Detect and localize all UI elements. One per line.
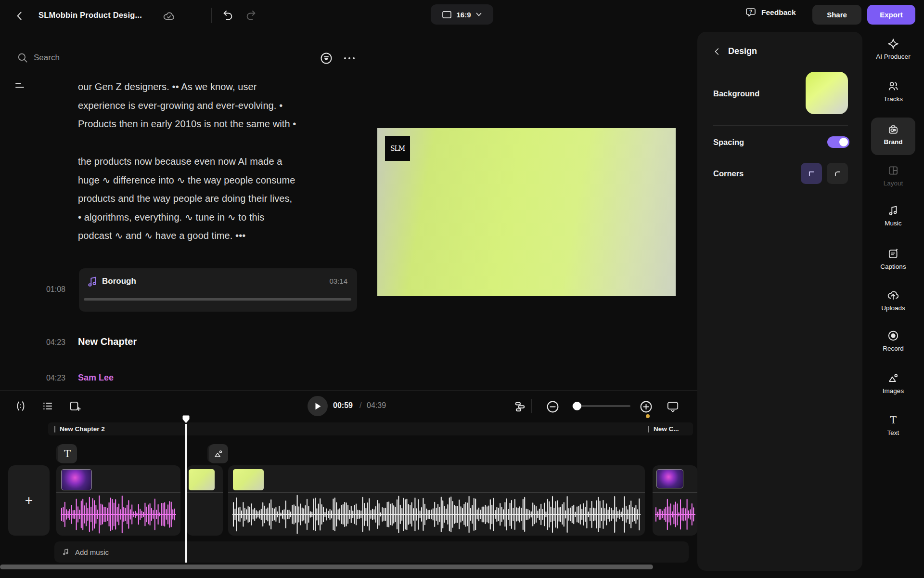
- split-clip-icon[interactable]: [14, 400, 27, 412]
- redo-button[interactable]: [244, 9, 257, 22]
- feedback-label: Feedback: [761, 8, 796, 17]
- list-view-icon[interactable]: [41, 400, 54, 412]
- music-title: Borough: [102, 276, 136, 286]
- transcript-line[interactable]: our Gen Z designers. •• As we know, user: [78, 78, 355, 96]
- chevron-down-icon: [475, 12, 482, 17]
- people-icon: [887, 80, 899, 92]
- chapter-marker-2[interactable]: New C...: [648, 422, 679, 435]
- more-options-icon[interactable]: [343, 55, 357, 62]
- audio-waveform: [232, 494, 641, 535]
- speaker-timestamp: 04:23: [42, 374, 65, 382]
- undo-button[interactable]: [221, 9, 234, 22]
- notification-dot: [646, 414, 650, 418]
- aspect-ratio-selector[interactable]: 16:9: [431, 4, 493, 25]
- layout-icon: [887, 164, 899, 177]
- timeline-clip-2[interactable]: [187, 465, 223, 536]
- chapter-marker-strip: New Chapter 2 New C...: [48, 422, 693, 435]
- corners-label: Corners: [713, 169, 744, 178]
- share-button[interactable]: Share: [812, 5, 861, 25]
- corners-rounded-button[interactable]: [827, 163, 848, 184]
- image-layer-chip[interactable]: [209, 444, 228, 463]
- sidebar-item-text[interactable]: T Text: [862, 414, 924, 436]
- cloud-sync-icon: [163, 10, 175, 22]
- transcript-filter-icon[interactable]: [320, 52, 333, 65]
- paragraph-collapse-icon[interactable]: [15, 83, 25, 89]
- export-button[interactable]: Export: [867, 5, 915, 25]
- marker-bar: [54, 426, 55, 433]
- panel-back-button[interactable]: [712, 46, 722, 57]
- timeline-zoom-knob[interactable]: [573, 402, 581, 410]
- timeline-clip-4[interactable]: [653, 465, 697, 536]
- sidebar-item-images[interactable]: Images: [862, 372, 924, 394]
- transcript-line[interactable]: products and the way people are doing th…: [78, 189, 355, 208]
- current-time: 00:59: [333, 401, 353, 410]
- timeline-clip-1[interactable]: [56, 465, 180, 536]
- transcript-line[interactable]: huge ∿ difference into ∿ the way people …: [78, 171, 355, 190]
- transcript-line[interactable]: podcast ∿ and ∿ have a good time. •••: [78, 226, 355, 245]
- total-time: 04:39: [367, 401, 386, 410]
- sidebar-item-music[interactable]: Music: [862, 204, 924, 227]
- feedback-bubble-icon: ?: [745, 7, 757, 18]
- upload-cloud-icon: [887, 289, 899, 302]
- sidebar-item-tracks[interactable]: Tracks: [862, 80, 924, 103]
- transcript-line[interactable]: the products now because even now AI mad…: [78, 152, 355, 171]
- frame-icon: [442, 11, 452, 19]
- search-placeholder: Search: [34, 53, 60, 63]
- zoom-in-button[interactable]: [639, 400, 652, 412]
- text-layer-chip[interactable]: T: [58, 444, 77, 463]
- timeline-clip-3[interactable]: [228, 465, 645, 536]
- project-title[interactable]: SLMobbin Product Desig...: [38, 11, 142, 20]
- add-scene-icon[interactable]: [68, 400, 81, 412]
- feedback-button[interactable]: ? Feedback: [745, 7, 796, 18]
- design-panel: Design Background Spacing Corners: [697, 32, 862, 571]
- sidebar-item-ai-producer[interactable]: AI Producer: [862, 38, 924, 60]
- transcript-paragraph-1[interactable]: our Gen Z designers. •• As we know, user…: [78, 78, 355, 133]
- track-layers-icon[interactable]: [513, 400, 526, 412]
- music-note-icon: [86, 275, 99, 289]
- chapter-heading[interactable]: New Chapter: [78, 336, 137, 347]
- transcript-paragraph-2[interactable]: the products now because even now AI mad…: [78, 152, 355, 245]
- spacing-toggle[interactable]: [827, 136, 849, 148]
- playback-divider: [531, 399, 532, 413]
- background-swatch[interactable]: [806, 72, 848, 114]
- sidebar-item-captions[interactable]: Captions: [862, 248, 924, 270]
- presentation-mode-icon[interactable]: [666, 400, 679, 413]
- playback-bar-divider: [0, 390, 697, 391]
- sidebar-item-uploads[interactable]: Uploads: [862, 289, 924, 312]
- playhead-handle[interactable]: [182, 415, 190, 425]
- clip-divider: [187, 492, 223, 493]
- record-icon: [887, 329, 899, 342]
- playhead-line[interactable]: [185, 424, 187, 563]
- svg-text:T: T: [890, 414, 897, 426]
- image-mountain-icon: [887, 372, 899, 384]
- sharp-corner-icon: [806, 168, 817, 179]
- video-preview-canvas[interactable]: SLM: [377, 128, 676, 296]
- topbar: SLMobbin Product Desig... 16:9 ? Feedbac…: [0, 0, 924, 32]
- play-button[interactable]: [308, 396, 328, 416]
- sidebar-item-layout: Layout: [862, 164, 924, 187]
- music-clip-card[interactable]: Borough 03:14: [79, 268, 357, 312]
- rounded-corner-icon: [832, 168, 843, 179]
- zoom-out-button[interactable]: [546, 400, 558, 412]
- add-clip-button[interactable]: +: [8, 465, 50, 536]
- image-icon: [213, 448, 224, 459]
- corners-sharp-button[interactable]: [801, 163, 822, 184]
- back-button[interactable]: [13, 10, 26, 22]
- toggle-knob: [839, 138, 848, 146]
- chapter-marker-1[interactable]: New Chapter 2: [54, 422, 105, 435]
- add-music-row[interactable]: Add music: [54, 541, 689, 563]
- panel-divider: [713, 125, 848, 126]
- transcript-line[interactable]: Products then in early 2010s is not the …: [78, 115, 355, 133]
- marker-label: New Chapter 2: [60, 425, 105, 433]
- sidebar-item-brand[interactable]: Brand: [871, 118, 915, 155]
- transcript-line[interactable]: • algorithms, everything. ∿ tune in ∿ to…: [78, 208, 355, 227]
- transcript-line[interactable]: experience is ever-growing and ever-evol…: [78, 96, 355, 115]
- marker-label: New C...: [654, 425, 679, 433]
- brand-kit-icon: [887, 123, 899, 136]
- speaker-name[interactable]: Sam Lee: [78, 373, 114, 383]
- audio-waveform: [655, 494, 695, 535]
- sidebar-item-record[interactable]: Record: [862, 329, 924, 352]
- clip-thumbnail: [61, 469, 92, 490]
- music-progress-bar[interactable]: [84, 298, 351, 301]
- timeline-horizontal-scrollbar[interactable]: [0, 565, 653, 569]
